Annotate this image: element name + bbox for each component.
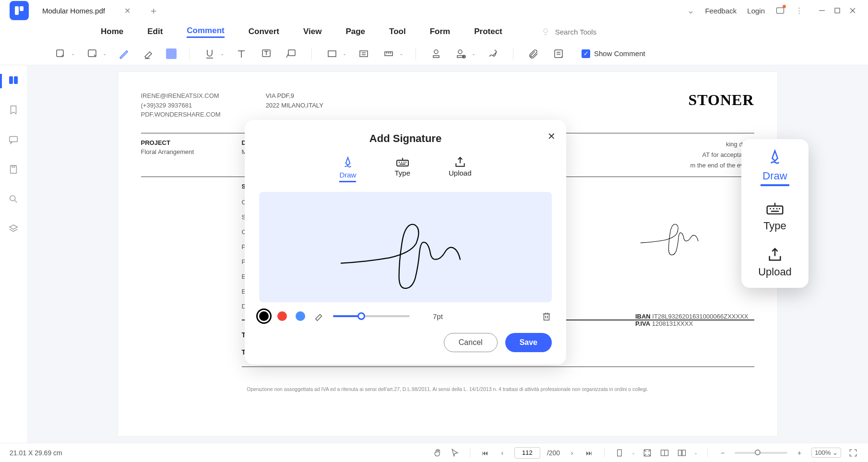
menu-tool[interactable]: Tool	[389, 27, 406, 36]
hand-tool-icon[interactable]	[432, 448, 443, 458]
page-dimensions: 21.01 X 29.69 cm	[10, 449, 62, 457]
menu-edit[interactable]: Edit	[147, 27, 163, 36]
panel-upload[interactable]: Upload	[758, 247, 792, 278]
search-tools-input[interactable]	[555, 28, 613, 36]
select-tool-icon[interactable]	[450, 448, 460, 458]
menu-view[interactable]: View	[303, 27, 321, 36]
terms-line: king days.	[562, 139, 754, 150]
title-right: ⌄ Feedback Login ⋮	[687, 5, 868, 16]
first-page-icon[interactable]: ⏮	[480, 448, 490, 458]
notification-icon[interactable]	[775, 6, 785, 15]
prev-page-icon[interactable]: ‹	[497, 448, 508, 458]
callout-icon[interactable]	[284, 46, 299, 61]
minimize-button[interactable]	[818, 7, 826, 14]
bank-info: IBAN IT28L9326201631000066ZXXXXX P.IVA 1…	[635, 313, 749, 327]
svg-rect-39	[11, 166, 17, 174]
chevron-down-icon[interactable]: ⌄	[687, 5, 694, 16]
svg-line-61	[547, 313, 548, 314]
maximize-button[interactable]	[833, 7, 841, 14]
document-tab[interactable]: Modular Homes.pdf ✕	[34, 0, 139, 21]
svg-point-30	[458, 50, 462, 54]
modal-tab-draw[interactable]: Draw	[339, 155, 356, 182]
stamp-tool-icon[interactable]	[428, 46, 444, 61]
read-mode-icon[interactable]	[659, 448, 670, 458]
save-button[interactable]: Save	[505, 333, 552, 352]
eraser-icon[interactable]	[314, 311, 324, 321]
signature-tool-icon[interactable]	[485, 46, 500, 61]
signature-canvas[interactable]	[259, 192, 552, 302]
zoom-level[interactable]: 100% ⌄	[811, 448, 841, 458]
comment-list-icon[interactable]	[551, 46, 566, 61]
layout-single-icon[interactable]	[614, 448, 625, 458]
menu-comment[interactable]: Comment	[187, 26, 224, 38]
tab-close-icon[interactable]: ✕	[124, 6, 131, 15]
menu-page[interactable]: Page	[345, 27, 365, 36]
next-page-icon[interactable]: ›	[567, 448, 577, 458]
text-callout-icon[interactable]	[259, 46, 274, 61]
cancel-button[interactable]: Cancel	[444, 333, 498, 352]
zoom-slider[interactable]	[735, 452, 787, 454]
search-panel-icon[interactable]	[7, 193, 20, 205]
page-count: /200	[547, 449, 560, 457]
zoom-out-icon[interactable]: −	[717, 448, 728, 458]
attachments-panel-icon[interactable]	[7, 163, 20, 176]
thumbnails-icon[interactable]	[7, 74, 20, 86]
comments-panel-icon[interactable]	[7, 133, 20, 146]
thickness-slider[interactable]	[333, 315, 410, 317]
measure-tool-icon[interactable]	[381, 46, 396, 61]
fullscreen-icon[interactable]	[848, 448, 858, 458]
text-tool-icon[interactable]	[234, 46, 249, 61]
rectangle-tool-icon[interactable]	[324, 46, 340, 61]
menu-convert[interactable]: Convert	[249, 27, 279, 36]
contact-web: PDF.WONDERSHARE.COM	[141, 110, 221, 119]
trash-icon[interactable]	[541, 311, 552, 321]
modal-tab-upload[interactable]: Upload	[449, 155, 472, 182]
view-mode-icon[interactable]	[677, 448, 687, 458]
layers-icon[interactable]	[7, 223, 20, 235]
panel-type[interactable]: Type	[763, 201, 786, 232]
area-highlight-icon[interactable]	[356, 46, 371, 61]
stamp-add-icon[interactable]	[453, 46, 469, 61]
caret-icon[interactable]: ⌄	[472, 51, 476, 56]
svg-rect-21	[360, 51, 368, 57]
zoom-in-icon[interactable]: +	[794, 448, 805, 458]
modal-title: Add Signature	[259, 132, 552, 145]
caret-icon[interactable]: ⌄	[220, 51, 224, 56]
highlight-color-swatch[interactable]	[166, 48, 177, 59]
checkbox-checked-icon: ✓	[582, 49, 590, 58]
new-tab-button[interactable]: ＋	[149, 4, 158, 17]
fit-page-icon[interactable]	[642, 448, 653, 458]
pencil-tool-icon[interactable]	[116, 46, 131, 61]
page-number-input[interactable]	[514, 447, 540, 459]
text-box-tool-icon[interactable]	[84, 46, 100, 61]
bookmarks-icon[interactable]	[7, 104, 20, 116]
more-icon[interactable]: ⋮	[796, 6, 803, 15]
note-tool-icon[interactable]	[53, 46, 68, 61]
keyboard-icon	[763, 201, 786, 217]
color-blue[interactable]	[296, 311, 305, 321]
eraser-tool-icon[interactable]	[141, 46, 156, 61]
attachment-tool-icon[interactable]	[526, 46, 541, 61]
menu-protect[interactable]: Protect	[474, 27, 502, 36]
titlebar: Modular Homes.pdf ✕ ＋ ⌄ Feedback Login ⋮	[0, 0, 868, 21]
feedback-link[interactable]: Feedback	[705, 7, 737, 15]
modal-close-icon[interactable]: ✕	[547, 130, 556, 142]
project-label: PROJECT	[141, 139, 242, 146]
upload-icon	[758, 247, 792, 263]
modal-tab-type[interactable]: Type	[394, 155, 410, 182]
login-link[interactable]: Login	[747, 7, 765, 15]
menu-form[interactable]: Form	[430, 27, 451, 36]
underline-tool-icon[interactable]	[202, 46, 217, 61]
caret-icon[interactable]: ⌄	[399, 51, 403, 56]
menu-home[interactable]: Home	[101, 27, 123, 36]
close-button[interactable]	[849, 7, 856, 14]
panel-draw[interactable]: Draw	[761, 149, 789, 186]
caret-icon[interactable]: ⌄	[71, 51, 75, 56]
left-sidebar	[0, 65, 27, 443]
caret-icon[interactable]: ⌄	[343, 51, 346, 56]
last-page-icon[interactable]: ⏭	[584, 448, 595, 458]
color-black[interactable]	[259, 311, 269, 321]
caret-icon[interactable]: ⌄	[103, 51, 107, 56]
color-red[interactable]	[277, 311, 287, 321]
show-comment-toggle[interactable]: ✓ Show Comment	[582, 49, 645, 58]
